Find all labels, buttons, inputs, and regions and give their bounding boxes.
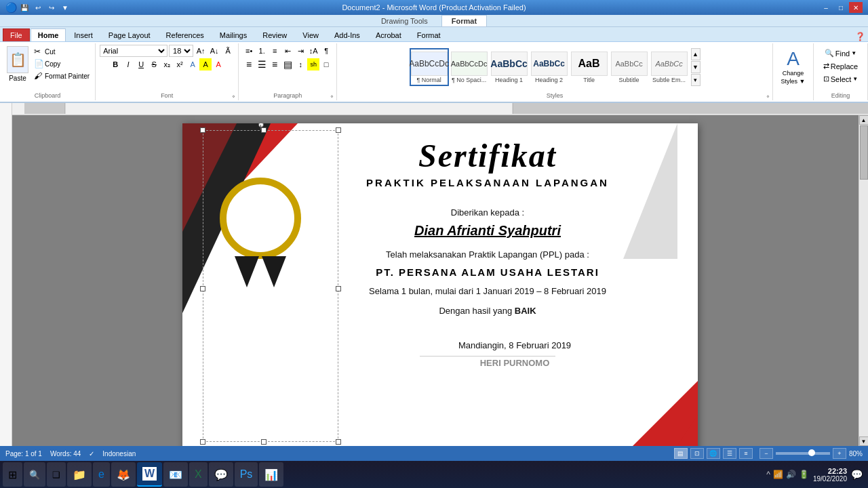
clock[interactable]: 22:23 19/02/2020 [813, 467, 847, 483]
replace-button[interactable]: ⇄ Replace [821, 60, 861, 72]
taskbar-outlook[interactable]: 📧 [163, 462, 188, 487]
notification-icon[interactable]: 💬 [851, 469, 863, 480]
show-formatting-button[interactable]: ¶ [320, 45, 332, 57]
paste-button[interactable]: 📋 Paste [4, 45, 31, 83]
multilevel-button[interactable]: ≡ [269, 45, 281, 57]
subscript-button[interactable]: x₂ [161, 58, 173, 70]
tab-add-ins[interactable]: Add-Ins [327, 28, 368, 41]
tab-insert[interactable]: Insert [66, 28, 100, 41]
maximize-button[interactable]: □ [834, 2, 848, 13]
italic-button[interactable]: I [122, 58, 134, 70]
style-heading2[interactable]: AaBbCc Heading 2 [530, 48, 569, 86]
font-size-select[interactable]: 18 [169, 45, 193, 57]
text-effects-button[interactable]: A [186, 58, 199, 70]
task-view-button[interactable]: ❑ [47, 462, 66, 487]
font-dialog-launcher[interactable]: ⬦ [232, 93, 235, 99]
styles-scroll-up[interactable]: ▲ [691, 48, 701, 60]
tab-references[interactable]: References [159, 28, 212, 41]
cut-button[interactable]: ✂ Cut [33, 46, 91, 57]
tab-review[interactable]: Review [255, 28, 294, 41]
underline-button[interactable]: U [135, 58, 147, 70]
tab-format[interactable]: Format [441, 15, 487, 26]
style-subtle-em[interactable]: AaBbCc Subtle Em... [650, 48, 689, 86]
strikethrough-button[interactable]: S [148, 58, 160, 70]
document-page[interactable]: Sertifikat PRAKTIK PELAKSANAAN LAPANGAN … [182, 123, 698, 446]
handle-tl[interactable] [200, 127, 205, 133]
handle-tr[interactable] [336, 127, 341, 133]
tab-acrobat[interactable]: Acrobat [368, 28, 409, 41]
language-status[interactable]: Indonesian [102, 450, 136, 458]
grow-font-button[interactable]: A↑ [195, 45, 207, 57]
spell-check-icon[interactable]: ✓ [89, 450, 94, 458]
zoom-out-button[interactable]: − [760, 448, 773, 459]
styles-dialog-launcher[interactable]: ⬦ [766, 93, 770, 99]
undo-icon[interactable]: ↩ [33, 2, 43, 13]
network-icon[interactable]: 📶 [773, 470, 783, 479]
change-styles-button[interactable]: A ChangeStyles ▼ [778, 45, 808, 88]
style-no-spacing[interactable]: AaBbCcDc ¶ No Spaci... [450, 48, 489, 86]
numbering-button[interactable]: 1. [256, 45, 268, 57]
align-right-button[interactable]: ≡ [269, 58, 281, 70]
minimize-button[interactable]: – [819, 2, 833, 13]
style-normal[interactable]: AaBbCcDc ¶ Normal [410, 48, 449, 86]
scroll-up-button[interactable]: ▲ [859, 115, 869, 125]
align-center-button[interactable]: ☰ [256, 58, 268, 70]
tray-up-icon[interactable]: ^ [766, 470, 770, 479]
outline-button[interactable]: ☰ [723, 448, 736, 459]
battery-icon[interactable]: 🔋 [799, 470, 809, 479]
handle-br[interactable] [336, 439, 341, 445]
help-icon[interactable]: ❓ [855, 32, 865, 41]
taskbar-firefox[interactable]: 🦊 [111, 462, 136, 487]
styles-expand[interactable]: ▾ [691, 74, 701, 86]
clear-format-button[interactable]: Ã [222, 45, 234, 57]
web-layout-button[interactable]: 🌐 [707, 448, 720, 459]
style-subtitle[interactable]: AaBbCc Subtitle [610, 48, 649, 86]
align-left-button[interactable]: ≡ [243, 58, 255, 70]
zoom-slider[interactable] [776, 452, 830, 455]
superscript-button[interactable]: x² [174, 58, 186, 70]
find-button[interactable]: 🔍 Find ▼ [822, 47, 859, 59]
taskbar-edge[interactable]: e [93, 462, 110, 487]
bullets-button[interactable]: ≡• [243, 45, 255, 57]
handle-tc[interactable] [261, 127, 267, 133]
select-button[interactable]: ⊡ Select ▼ [821, 73, 861, 85]
format-painter-button[interactable]: 🖌 Format Painter [33, 70, 91, 81]
highlight-button[interactable]: A [199, 58, 212, 70]
tab-format-drawing[interactable]: Format [410, 28, 448, 41]
start-button[interactable]: ⊞ [3, 462, 22, 487]
style-title[interactable]: AaB Title [570, 48, 609, 86]
scroll-track[interactable] [859, 125, 869, 436]
taskbar-file-explorer[interactable]: 📁 [67, 462, 92, 487]
justify-button[interactable]: ▤ [281, 58, 294, 70]
tab-view[interactable]: View [295, 28, 326, 41]
paragraph-dialog-launcher[interactable]: ⬦ [330, 93, 334, 99]
bold-button[interactable]: B [109, 58, 121, 70]
line-spacing-button[interactable]: ↕ [294, 58, 307, 70]
taskbar-teams[interactable]: 💬 [209, 462, 233, 487]
customize-qa-icon[interactable]: ▼ [60, 2, 71, 13]
borders-button[interactable]: □ [320, 58, 332, 70]
taskbar-word[interactable]: W [137, 462, 162, 487]
shrink-font-button[interactable]: A↓ [208, 45, 220, 57]
zoom-in-button[interactable]: + [833, 448, 846, 459]
draft-button[interactable]: ≡ [739, 448, 753, 459]
tab-home[interactable]: Home [31, 28, 66, 41]
tab-page-layout[interactable]: Page Layout [101, 28, 158, 41]
search-button[interactable]: 🔍 [24, 462, 45, 487]
handle-bl[interactable] [200, 439, 205, 445]
copy-button[interactable]: 📄 Copy [33, 58, 91, 69]
tab-mailings[interactable]: Mailings [212, 28, 254, 41]
close-button[interactable]: ✕ [849, 2, 863, 13]
taskbar-photoshop[interactable]: Ps [235, 462, 258, 487]
taskbar-app9[interactable]: 📊 [259, 462, 283, 487]
increase-indent-button[interactable]: ⇥ [294, 45, 307, 57]
shading-button[interactable]: sh [307, 58, 319, 70]
volume-icon[interactable]: 🔊 [786, 470, 796, 479]
redo-icon[interactable]: ↪ [46, 2, 57, 13]
scroll-down-button[interactable]: ▼ [859, 436, 869, 446]
styles-scroll-down[interactable]: ▼ [691, 61, 701, 73]
vertical-scrollbar[interactable]: ▲ ▼ [859, 115, 868, 446]
decrease-indent-button[interactable]: ⇤ [281, 45, 294, 57]
tab-file[interactable]: File [3, 28, 30, 41]
print-layout-button[interactable]: ▤ [674, 448, 688, 459]
